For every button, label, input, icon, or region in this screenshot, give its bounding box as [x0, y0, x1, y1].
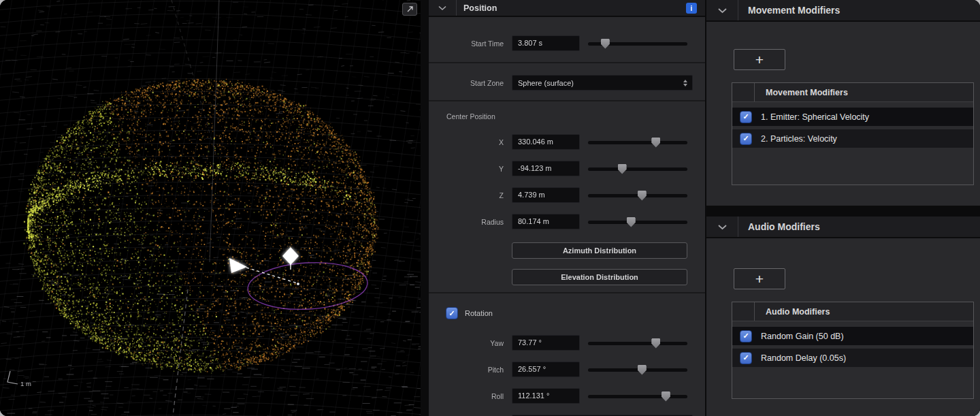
- audio-modifiers-list: Audio Modifiers Random Gain (50 dB) Rand…: [732, 302, 974, 399]
- modifier-label: 2. Particles: Velocity: [761, 134, 837, 144]
- audio-modifiers-title: Audio Modifiers: [748, 221, 820, 232]
- roll-input[interactable]: 112.131 °: [512, 388, 580, 404]
- yaw-label: Yaw: [429, 339, 512, 347]
- modifier-checkbox[interactable]: [740, 111, 752, 123]
- modifier-checkbox[interactable]: [740, 133, 752, 145]
- elevation-distribution-button[interactable]: Elevation Distribution: [512, 269, 687, 285]
- yaw-slider[interactable]: [588, 338, 687, 349]
- y-label: Y: [429, 165, 512, 173]
- x-input[interactable]: 330.046 m: [512, 134, 580, 150]
- position-panel: Position i Start Time 3.807 s Start Zone…: [429, 0, 705, 416]
- particle-scene-canvas[interactable]: [0, 0, 421, 416]
- slider-thumb[interactable]: [651, 338, 660, 349]
- center-position-label: Center Position: [446, 112, 705, 121]
- slider-thumb[interactable]: [651, 138, 660, 148]
- audio-modifiers-panel: Audio Modifiers + Audio Modifiers Random…: [706, 217, 980, 416]
- start-zone-value: Sphere (surface): [518, 79, 574, 87]
- movement-modifiers-title: Movement Modifiers: [748, 5, 840, 16]
- app-window: 1 m Position i Start Time 3.807 s: [0, 0, 980, 416]
- slider-thumb[interactable]: [601, 39, 610, 49]
- radius-input[interactable]: 80.174 m: [512, 214, 580, 229]
- slider-thumb[interactable]: [638, 365, 647, 375]
- add-audio-modifier-button[interactable]: +: [734, 268, 785, 289]
- chevron-down-icon: [718, 224, 727, 230]
- expand-viewport-button[interactable]: [402, 3, 417, 16]
- start-time-input[interactable]: 3.807 s: [512, 35, 580, 51]
- azimuth-distribution-button[interactable]: Azimuth Distribution: [512, 242, 687, 259]
- position-panel-title: Position: [463, 3, 497, 13]
- modifier-label: Random Gain (50 dB): [761, 332, 844, 341]
- expand-arrow-icon: [406, 5, 414, 13]
- list-header-label: Movement Modifiers: [766, 88, 848, 97]
- roll-label: Roll: [429, 392, 512, 400]
- y-slider[interactable]: [588, 163, 687, 174]
- audio-modifiers-header: Audio Modifiers: [706, 217, 980, 238]
- rotation-checkbox[interactable]: [446, 307, 458, 319]
- modifier-row-random-gain[interactable]: Random Gain (50 dB): [732, 327, 973, 345]
- movement-modifiers-panel: Movement Modifiers + Movement Modifiers …: [706, 0, 980, 206]
- start-time-label: Start Time: [429, 39, 512, 48]
- modifier-row-random-delay[interactable]: Random Delay (0.05s): [732, 349, 973, 367]
- movement-modifiers-header: Movement Modifiers: [706, 0, 980, 22]
- slider-thumb[interactable]: [638, 191, 647, 201]
- panel-divider: [706, 206, 980, 217]
- position-panel-header: Position i: [429, 0, 705, 17]
- start-time-slider[interactable]: [588, 38, 687, 49]
- z-input[interactable]: 4.739 m: [512, 187, 580, 203]
- roll-slider[interactable]: [588, 391, 687, 402]
- stepper-icon: [683, 80, 687, 86]
- scale-indicator: 1 m: [20, 380, 31, 387]
- yaw-input[interactable]: 73.77 °: [512, 335, 580, 351]
- collapse-audio-modifiers-button[interactable]: [706, 217, 738, 237]
- list-header-label: Audio Modifiers: [766, 307, 830, 317]
- movement-modifiers-list: Movement Modifiers 1. Emitter: Spherical…: [732, 82, 974, 185]
- slider-thumb[interactable]: [627, 217, 636, 227]
- modifier-label: Random Delay (0.05s): [761, 353, 846, 363]
- pitch-label: Pitch: [429, 366, 512, 374]
- x-slider[interactable]: [588, 137, 687, 148]
- modifier-checkbox[interactable]: [740, 352, 752, 364]
- chevron-down-icon: [438, 5, 446, 11]
- pitch-slider[interactable]: [588, 364, 687, 375]
- z-label: Z: [429, 191, 512, 199]
- list-gutter: [732, 302, 755, 321]
- rotation-label: Rotation: [465, 309, 493, 317]
- modifier-checkbox[interactable]: [740, 330, 752, 342]
- radius-label: Radius: [429, 218, 512, 226]
- x-label: X: [429, 138, 512, 146]
- right-column: Movement Modifiers + Movement Modifiers …: [706, 0, 980, 416]
- viewport-3d[interactable]: 1 m: [0, 0, 421, 416]
- modifier-row-particles-velocity[interactable]: 2. Particles: Velocity: [732, 129, 973, 148]
- y-input[interactable]: -94.123 m: [512, 161, 580, 176]
- modifier-label: 1. Emitter: Spherical Velocity: [761, 112, 869, 122]
- start-zone-select[interactable]: Sphere (surface): [512, 75, 693, 91]
- z-slider[interactable]: [588, 190, 687, 201]
- add-movement-modifier-button[interactable]: +: [734, 49, 785, 70]
- chevron-down-icon: [718, 7, 727, 14]
- slider-thumb[interactable]: [662, 391, 670, 402]
- audio-modifiers-list-header: Audio Modifiers: [732, 302, 973, 321]
- collapse-movement-modifiers-button[interactable]: [706, 0, 738, 20]
- slider-thumb[interactable]: [618, 164, 627, 174]
- radius-slider[interactable]: [588, 217, 687, 227]
- modifier-row-emitter-spherical-velocity[interactable]: 1. Emitter: Spherical Velocity: [732, 108, 973, 126]
- start-zone-label: Start Zone: [429, 79, 512, 87]
- list-gutter: [732, 83, 755, 101]
- collapse-position-button[interactable]: [429, 0, 457, 16]
- info-button[interactable]: i: [686, 3, 697, 14]
- pitch-input[interactable]: 26.557 °: [512, 362, 580, 377]
- movement-modifiers-list-header: Movement Modifiers: [732, 83, 973, 102]
